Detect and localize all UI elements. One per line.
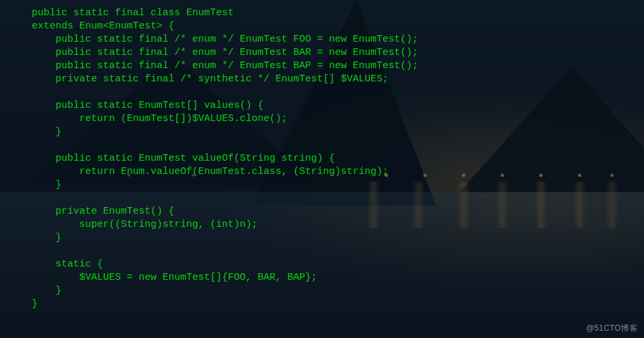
- code-line: super((String)string, (int)n);: [32, 218, 631, 232]
- code-line: public static final class EnumTest: [32, 7, 631, 20]
- code-line: [32, 86, 631, 99]
- code-line: }: [32, 284, 631, 298]
- code-line: [32, 245, 631, 258]
- code-line: [32, 192, 631, 205]
- code-line: private static final /* synthetic */ Enu…: [32, 73, 631, 86]
- code-line: $VALUES = new EnumTest[]{FOO, BAR, BAP};: [32, 271, 631, 284]
- code-line: public static final /* enum */ EnumTest …: [32, 60, 631, 73]
- code-line: public static final /* enum */ EnumTest …: [32, 46, 631, 60]
- watermark-text: @51CTO博客: [586, 323, 637, 334]
- code-block: public static final class EnumTestextend…: [32, 7, 631, 311]
- code-line: }: [32, 232, 631, 245]
- code-line: }: [32, 179, 631, 192]
- code-line: [32, 139, 631, 152]
- code-line: public static EnumTest valueOf(String st…: [32, 152, 631, 165]
- code-line: public static EnumTest[] values() {: [32, 99, 631, 112]
- code-line: }: [32, 126, 631, 139]
- code-line: }: [32, 298, 631, 311]
- code-line: return Enum.valueOf(EnumTest.class, (Str…: [32, 165, 631, 179]
- code-line: return (EnumTest[])$VALUES.clone();: [32, 112, 631, 126]
- code-line: static {: [32, 258, 631, 271]
- code-line: extends Enum<EnumTest> {: [32, 20, 631, 33]
- code-line: public static final /* enum */ EnumTest …: [32, 33, 631, 46]
- code-line: private EnumTest() {: [32, 205, 631, 218]
